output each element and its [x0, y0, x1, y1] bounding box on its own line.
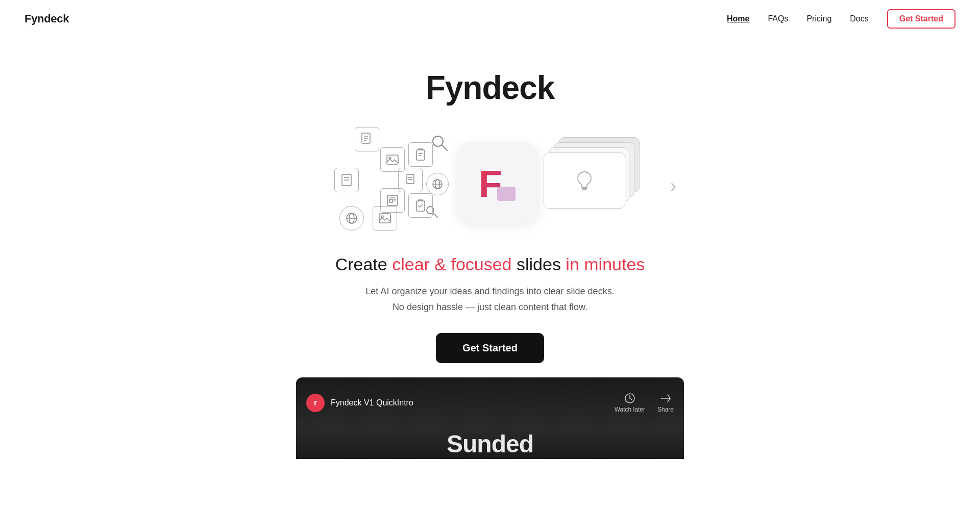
f-logo-card: F: [457, 142, 538, 224]
nav-faqs[interactable]: FAQs: [768, 14, 788, 23]
globe-icon-left: [339, 206, 364, 231]
watch-later-button[interactable]: Watch later: [615, 393, 645, 413]
note-icon: [334, 168, 359, 192]
hero-section: Fyndeck: [0, 38, 980, 459]
svg-rect-6: [416, 150, 425, 160]
tagline-part1: Create: [335, 254, 393, 274]
video-title: Fyndeck V1 QuickIntro: [331, 398, 413, 407]
hero-get-started-button[interactable]: Get Started: [436, 333, 544, 363]
search-icon-big: [429, 132, 451, 157]
nav-home[interactable]: Home: [727, 14, 749, 23]
lightbulb-icon: [572, 168, 597, 193]
nav-links: Home FAQs Pricing Docs Get Started: [727, 9, 955, 29]
hero-subtext: Let AI organize your ideas and findings …: [365, 284, 614, 315]
svg-line-31: [433, 213, 437, 217]
tagline-part2: slides: [512, 254, 566, 274]
tagline-highlight1: clear & focused: [392, 254, 511, 274]
svg-rect-17: [389, 199, 393, 202]
svg-rect-34: [497, 187, 516, 201]
video-avatar: r: [306, 394, 325, 412]
subtext-line1: Let AI organize your ideas and findings …: [365, 284, 614, 299]
image2-icon: [373, 206, 397, 231]
logo: Fyndeck: [24, 12, 69, 26]
slides-stack: ›: [544, 132, 656, 234]
svg-rect-4: [387, 155, 398, 164]
svg-rect-9: [407, 174, 414, 184]
illustration-row: F ›: [296, 127, 684, 239]
task-icon: [408, 193, 433, 218]
tagline-highlight2: in minutes: [566, 254, 645, 274]
video-container: r Fyndeck V1 QuickIntro Watch later Shar…: [296, 377, 684, 428]
video-bottom-peek: Sunded: [296, 428, 684, 459]
nav-docs[interactable]: Docs: [850, 14, 868, 23]
svg-rect-26: [379, 214, 390, 223]
share-icon: [660, 393, 671, 404]
clock-icon: [624, 393, 635, 404]
share-button[interactable]: Share: [657, 393, 674, 413]
subtext-line2: No design hassle — just clean content th…: [365, 299, 614, 315]
f-logo-svg: F: [475, 160, 521, 206]
icons-cluster: [324, 127, 457, 239]
bottom-peek-text: Sunded: [447, 430, 533, 458]
video-actions: Watch later Share: [615, 393, 674, 413]
doc-icon: [355, 127, 379, 151]
nav-get-started-button[interactable]: Get Started: [887, 9, 955, 29]
share-label: Share: [657, 406, 674, 413]
navbar: Fyndeck Home FAQs Pricing Docs Get Start…: [0, 0, 980, 38]
hero-title: Fyndeck: [426, 69, 555, 107]
arrow-icon: ›: [670, 175, 676, 197]
watch-later-label: Watch later: [615, 406, 645, 413]
svg-point-28: [433, 136, 443, 146]
nav-pricing[interactable]: Pricing: [806, 14, 831, 23]
globe-icon-right: [426, 173, 449, 195]
tagline: Create clear & focused slides in minutes: [335, 254, 645, 274]
slide-front: [544, 152, 625, 209]
svg-line-29: [442, 145, 447, 150]
